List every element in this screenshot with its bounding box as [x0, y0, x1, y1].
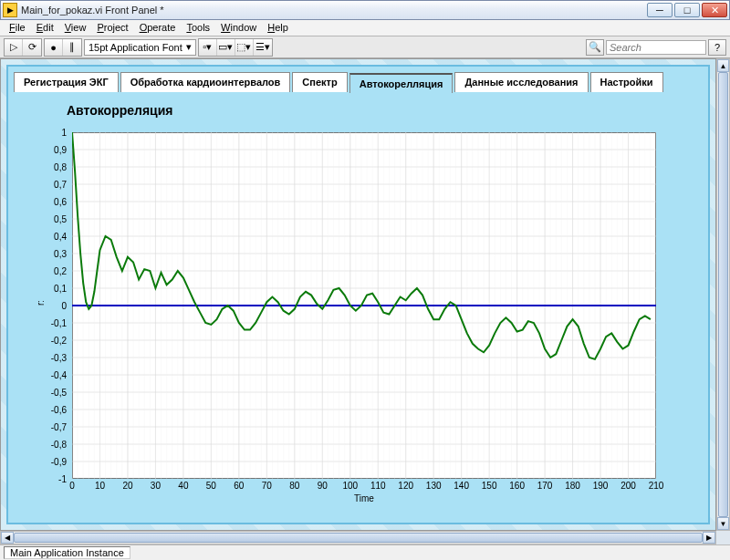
horizontal-scroll-thumb[interactable]: [14, 533, 703, 543]
dropdown-icon: ▾: [186, 41, 192, 53]
tab-control: Регистрация ЭКГОбработка кардиоинтервало…: [6, 65, 710, 524]
resize-button[interactable]: ⬚▾: [235, 39, 254, 56]
plot-area: r: -1-0,9-0,8-0,7-0,6-0,5-0,4-0,3-0,2-0,…: [36, 123, 674, 515]
minimize-button[interactable]: ─: [647, 3, 673, 17]
reorder-button[interactable]: ☰▾: [254, 39, 272, 56]
search-icon[interactable]: 🔍: [586, 39, 604, 56]
menu-project[interactable]: Project: [91, 20, 133, 36]
tab-3[interactable]: Автокорелляция: [349, 73, 454, 93]
align-button[interactable]: ▫▾: [199, 39, 217, 56]
instance-indicator: Main Application Instance: [4, 546, 130, 559]
run-button[interactable]: ▷: [5, 39, 23, 56]
app-icon: ▶: [3, 3, 17, 17]
distribute-button[interactable]: ▭▾: [217, 39, 235, 56]
chart-title: Автокорреляция: [36, 99, 681, 123]
titlebar: ▶ Main_for_pokaz.vi Front Panel * ─ □ ✕: [0, 0, 730, 20]
maximize-button[interactable]: □: [674, 3, 700, 17]
search-input[interactable]: [606, 40, 706, 55]
pause-button[interactable]: ∥: [63, 39, 81, 56]
menu-file[interactable]: File: [4, 20, 31, 36]
tab-2[interactable]: Спектр: [292, 72, 347, 92]
menu-edit[interactable]: Edit: [31, 20, 59, 36]
font-label: 15pt Application Font: [89, 42, 182, 53]
chart-container: Автокорреляция r: -1-0,9-0,8-0,7-0,6-0,5…: [8, 92, 708, 524]
scroll-right-arrow[interactable]: ▶: [703, 532, 715, 544]
tab-strip: Регистрация ЭКГОбработка кардиоинтервало…: [8, 67, 708, 92]
tab-0[interactable]: Регистрация ЭКГ: [14, 72, 119, 92]
scroll-left-arrow[interactable]: ◀: [1, 532, 14, 544]
run-continuous-button[interactable]: ⟳: [23, 39, 41, 56]
scroll-down-arrow[interactable]: ▼: [717, 517, 729, 530]
close-button[interactable]: ✕: [702, 3, 727, 17]
status-bar: Main Application Instance: [0, 544, 730, 560]
x-ticks: 0102030405060708090100110120130140150160…: [72, 481, 656, 492]
help-button[interactable]: ?: [708, 39, 726, 56]
menubar: File Edit View Project Operate Tools Win…: [0, 20, 730, 36]
window-title: Main_for_pokaz.vi Front Panel *: [21, 5, 647, 16]
menu-window[interactable]: Window: [215, 20, 262, 36]
menu-view[interactable]: View: [59, 20, 92, 36]
horizontal-scrollbar[interactable]: ◀ ▶: [0, 531, 716, 544]
y-ticks: -1-0,9-0,8-0,7-0,6-0,5-0,4-0,3-0,2-0,100…: [36, 132, 68, 479]
front-panel: Регистрация ЭКГОбработка кардиоинтервало…: [0, 58, 716, 531]
abort-button[interactable]: ●: [45, 39, 63, 56]
scroll-up-arrow[interactable]: ▲: [717, 59, 729, 72]
vertical-scrollbar[interactable]: ▲ ▼: [716, 58, 730, 531]
toolbar: ▷ ⟳ ● ∥ 15pt Application Font ▾ ▫▾ ▭▾ ⬚▾…: [0, 36, 730, 58]
menu-tools[interactable]: Tools: [181, 20, 215, 36]
tab-4[interactable]: Данные исследования: [454, 72, 588, 92]
tab-1[interactable]: Обработка кардиоинтервалов: [120, 72, 291, 92]
menu-operate[interactable]: Operate: [134, 20, 182, 36]
menu-help[interactable]: Help: [262, 20, 294, 36]
x-axis-label: Time: [72, 493, 656, 503]
plot-svg: [72, 132, 656, 479]
font-selector[interactable]: 15pt Application Font ▾: [84, 39, 196, 56]
vertical-scroll-thumb[interactable]: [718, 72, 728, 517]
tab-5[interactable]: Настройки: [590, 72, 663, 92]
